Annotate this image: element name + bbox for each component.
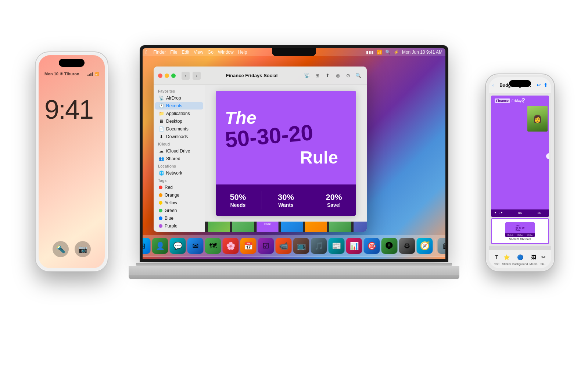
dock: ⊞ 👤 💬 ✉ 🗺 🌸 📅 ☑ 📹 📺 🎵 📰 📊 🎯 [143, 235, 445, 257]
menubar-finder[interactable]: Finder [153, 50, 166, 55]
menubar-go[interactable]: Go [208, 50, 214, 55]
menubar-view[interactable]: View [194, 50, 203, 55]
sidebar-item-desktop[interactable]: 🖥 Desktop [155, 118, 203, 125]
fullscreen-button[interactable] [171, 73, 176, 78]
battery-icon: ▮▮▮ [366, 50, 374, 55]
dock-icon-news[interactable]: 📰 [329, 238, 345, 254]
dock-icon-app-store[interactable]: 🅐 [381, 238, 398, 254]
tool-media[interactable]: 🖼 Media [529, 253, 538, 266]
thumbnail-3[interactable] [281, 222, 303, 232]
macbook-base [129, 266, 459, 276]
menubar-help[interactable]: Help [238, 50, 247, 55]
sidebar-item-airdrop[interactable]: 📡 AirDrop [155, 94, 203, 102]
heart-2: ♥ [499, 210, 504, 215]
dock-icon-apple-tv[interactable]: 📺 [293, 238, 309, 254]
finder-toolbar-icons: 📡 ⊞ ⬆ ◎ ⊙ 🔍 [303, 72, 362, 80]
minimize-button[interactable] [165, 73, 169, 78]
tag-icon[interactable]: ◎ [334, 72, 342, 80]
needs-label: Needs [230, 202, 246, 208]
tool-sticker[interactable]: ⭐ Sticker [502, 253, 511, 266]
search-icon[interactable]: 🔍 [385, 50, 391, 55]
icloud-sidebar-icon: ☁ [159, 148, 164, 154]
media-tool-icon: 🖼 [529, 253, 538, 262]
iphone-right-screen: ‹ Budgeting Edit ↩ ⬆ Finance Fridays [489, 77, 551, 268]
sidebar-item-green[interactable]: Green [155, 207, 203, 214]
camera-button[interactable]: 📷 [75, 241, 91, 257]
share-icon[interactable]: ⬆ [323, 72, 331, 80]
dock-icon-photos[interactable]: 🌸 [223, 238, 239, 254]
sidebar-item-purple[interactable]: Purple [155, 222, 203, 230]
sidebar-item-icloud-drive[interactable]: ☁ iCloud Drive [155, 147, 203, 155]
sidebar-item-recents[interactable]: 🕐 Recents [155, 102, 203, 110]
airdrop-icon[interactable]: 📡 [303, 72, 311, 80]
sidebar-item-orange[interactable]: Orange [155, 191, 203, 199]
heart-shapes: ♥ ♥ [493, 210, 504, 215]
sidebar-item-network[interactable]: 🌐 Network [155, 169, 203, 177]
apple-menu[interactable]:  [146, 49, 147, 55]
dock-icon-system-settings[interactable]: ⚙ [399, 238, 415, 254]
locations-section: Locations [154, 163, 205, 169]
siri-icon[interactable]: ⚡ [394, 50, 399, 55]
dock-icon-maps[interactable]: 🗺 [205, 238, 221, 254]
sidebar-item-yellow[interactable]: Yellow [155, 199, 203, 207]
tool-skills[interactable]: ✂ Sk... [539, 253, 548, 266]
dock-icon-launchpad[interactable]: ⊞ [143, 238, 151, 254]
menubar-window[interactable]: Window [218, 50, 234, 55]
wants-pct: 30% [278, 193, 294, 202]
desktop-sidebar-icon: 🖥 [159, 119, 164, 124]
thumb-mini-stats: 50% Needs 30% Wants 20% Save [505, 233, 535, 237]
slide-stat-save: 20% Save! [326, 193, 342, 208]
flashlight-button[interactable]: 🔦 [53, 241, 69, 257]
dock-icon-reminders[interactable]: ☑ [258, 238, 274, 254]
dock-icon-safari[interactable]: 🧭 [417, 238, 433, 254]
dock-icon-mail[interactable]: ✉ [187, 238, 204, 254]
tool-background[interactable]: 🔵 Background [512, 253, 528, 266]
dock-icon-keynote[interactable]: 🎯 [364, 238, 380, 254]
purple-tag-dot [159, 224, 162, 228]
dock-icon-facetime[interactable]: 📹 [276, 238, 292, 254]
tool-text[interactable]: T Text [492, 253, 501, 266]
thumbnail-1[interactable] [208, 222, 230, 232]
macbook-hinge [136, 263, 452, 266]
dock-icon-trash[interactable]: 🗑 [438, 238, 446, 254]
macbook-desktop:  Finder File Edit View Go Window Help ▮… [143, 48, 445, 259]
heart-1: ♥ [493, 210, 498, 215]
forward-button[interactable]: › [193, 72, 201, 80]
menubar-edit[interactable]: Edit [182, 50, 189, 55]
sidebar-item-documents[interactable]: 📄 Documents [155, 125, 203, 133]
slide-top: The 50-30-20 Rule [216, 91, 356, 184]
menubar-right: ▮▮▮ 📶 🔍 ⚡ Mon Jun 10 9:41 AM [366, 50, 442, 55]
sidebar-item-applications[interactable]: 📁 Applications [155, 110, 203, 117]
dock-icon-calendar[interactable]: 📅 [240, 238, 257, 254]
iphone-right-back-button[interactable]: ‹ [492, 83, 494, 87]
dock-icon-numbers[interactable]: 📊 [346, 238, 362, 254]
dock-icon-contacts[interactable]: 👤 [152, 238, 168, 254]
stat-divider-2 [310, 191, 310, 209]
close-button[interactable] [158, 73, 162, 78]
background-tool-label: Background [512, 262, 528, 266]
finder-search-icon[interactable]: 🔍 [354, 72, 362, 80]
thumbnail-6[interactable] [354, 222, 367, 232]
thumbnail-selected[interactable]: 50-30-20Rule [257, 222, 279, 232]
sidebar-item-gray[interactable]: Gray [155, 230, 203, 232]
sidebar-item-shared[interactable]: 👥 Shared [155, 155, 203, 162]
thumbnail-4[interactable] [305, 222, 327, 232]
person-image: 👩 [527, 106, 548, 132]
dock-icon-music[interactable]: 🎵 [311, 238, 327, 254]
sidebar-item-blue[interactable]: Blue [155, 215, 203, 222]
sidebar-item-downloads[interactable]: ⬇ Downloads [155, 133, 203, 140]
iphone-right-header-icons: ↩ ⬆ [537, 82, 548, 88]
menubar-file[interactable]: File [170, 50, 177, 55]
back-button[interactable]: ‹ [182, 72, 190, 80]
yellow-tag-dot [159, 201, 162, 205]
thumbnail-5[interactable] [329, 222, 351, 232]
view-toggle-icon[interactable]: ⊞ [313, 72, 321, 80]
action-icon[interactable]: ⊙ [344, 72, 352, 80]
signal-bars [87, 72, 93, 76]
iphone-thumb-selected[interactable]: The50-30-20Rule 50% Needs 30% Wants 20% … [491, 218, 549, 244]
dock-icon-messages[interactable]: 💬 [170, 238, 186, 254]
share-icon[interactable]: ⬆ [544, 82, 548, 88]
thumbnail-2[interactable] [232, 222, 254, 232]
undo-icon[interactable]: ↩ [537, 82, 541, 88]
sidebar-item-red[interactable]: Red [155, 184, 203, 191]
